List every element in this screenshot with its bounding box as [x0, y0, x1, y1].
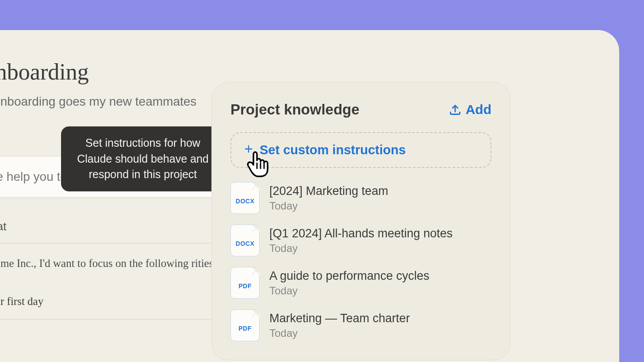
file-name: [Q1 2024] All-hands meeting notes — [269, 227, 452, 240]
file-info: [Q1 2024] All-hands meeting notes Today — [269, 227, 452, 255]
file-item[interactable]: PDF Marketing — Team charter Today — [230, 309, 491, 341]
file-icon: DOCX — [230, 225, 260, 256]
file-date: Today — [269, 285, 429, 297]
project-knowledge-title: Project knowledge — [230, 101, 360, 118]
file-name: A guide to performance cycles — [269, 269, 429, 283]
file-icon: PDF — [230, 309, 260, 341]
file-date: Today — [269, 200, 388, 212]
file-date: Today — [269, 327, 410, 339]
page-title: hire onboarding — [0, 59, 279, 85]
plus-icon — [244, 143, 253, 157]
sidebar-header: Project knowledge Add — [230, 101, 491, 118]
file-item[interactable]: DOCX [Q1 2024] All-hands meeting notes T… — [230, 225, 491, 256]
set-custom-instructions-button[interactable]: Set custom instructions — [230, 132, 491, 168]
file-info: Marketing — Team charter Today — [269, 312, 410, 339]
file-type-badge: PDF — [238, 282, 252, 290]
upload-icon — [449, 103, 461, 116]
file-item[interactable]: DOCX [2024] Marketing team Today — [230, 182, 491, 214]
file-info: A guide to performance cycles Today — [269, 269, 429, 297]
add-button-label: Add — [466, 102, 491, 117]
file-item[interactable]: PDF A guide to performance cycles Today — [230, 267, 491, 299]
file-icon: DOCX — [230, 182, 260, 214]
file-name: Marketing — Team charter — [269, 312, 410, 325]
file-icon: PDF — [230, 267, 260, 299]
file-info: [2024] Marketing team Today — [269, 184, 388, 212]
add-button[interactable]: Add — [449, 102, 491, 117]
file-type-badge: DOCX — [236, 198, 254, 205]
file-date: Today — [269, 242, 452, 255]
file-type-badge: PDF — [238, 325, 252, 332]
project-knowledge-panel: Project knowledge Add Set custom instruc… — [211, 82, 510, 360]
tooltip: Set instructions for how Claude should b… — [61, 126, 225, 191]
file-type-badge: DOCX — [236, 240, 254, 247]
app-window: hire onboarding ake sure onboarding goes… — [0, 30, 619, 362]
file-name: [2024] Marketing team — [269, 184, 388, 198]
file-list: DOCX [2024] Marketing team Today DOCX [Q… — [230, 182, 491, 341]
custom-instructions-label: Set custom instructions — [260, 143, 406, 157]
